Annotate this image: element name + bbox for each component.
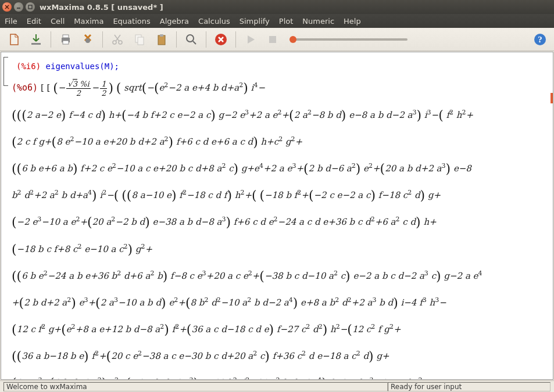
output-line-9: (12 c f2 g+(e2+8 a e+12 b d−8 a2) f2+(36…: [6, 317, 548, 343]
math-content: [ [ (−√3 %i2−12) ( sqrt(−(e2−2 a e+4 b d…: [41, 82, 265, 93]
menu-algebra[interactable]: Algebra: [160, 17, 189, 26]
output-line-8: +(2 b d+2 a2) e3+(2 a3−10 a b d) e2+(8 b…: [6, 290, 548, 317]
output-line-7: ((6 b e2−24 a b e+36 b2 d+6 a2 b) f−8 c …: [6, 263, 548, 290]
output-line-5: (−2 e3−10 a e2+(20 a2−2 b d) e−38 a b d−…: [6, 209, 548, 236]
svg-rect-0: [28, 5, 32, 9]
menu-cell[interactable]: Cell: [51, 17, 65, 26]
svg-rect-3: [63, 41, 69, 44]
help-button[interactable]: ?: [531, 30, 549, 49]
menubar: File Edit Cell Maxima Equations Algebra …: [0, 14, 554, 28]
svg-rect-8: [138, 37, 144, 45]
titlebar: wxMaxima 0.8.5 [ unsaved* ]: [0, 0, 554, 14]
output-line-2: (2 c f g+(8 e2−10 a e+20 b d+2 a2) f+6 c…: [6, 129, 548, 156]
output-line-3: ((6 b e+6 a b) f+2 c e2−10 a c e+20 b c …: [6, 156, 548, 182]
preferences-button[interactable]: [78, 30, 97, 49]
menu-calculus[interactable]: Calculus: [198, 17, 230, 26]
svg-text:?: ?: [538, 35, 542, 44]
svg-rect-10: [160, 34, 163, 37]
output-label: (%o6): [12, 82, 38, 93]
menu-edit[interactable]: Edit: [27, 17, 41, 26]
statusbar: Welcome to wxMaxima Ready for user input: [0, 380, 554, 392]
status-left: Welcome to wxMaxima: [3, 382, 388, 391]
menu-simplify[interactable]: Simplify: [240, 17, 270, 26]
paste-button[interactable]: [152, 30, 171, 49]
menu-maxima[interactable]: Maxima: [74, 17, 103, 26]
output-line-1: (((2 a−2 e) f−4 c d) h+(−4 b f+2 c e−2 a…: [6, 102, 548, 129]
menu-plot[interactable]: Plot: [279, 17, 294, 26]
new-file-button[interactable]: [5, 30, 23, 49]
slider-thumb[interactable]: [289, 36, 296, 43]
print-button[interactable]: [56, 30, 75, 49]
svg-rect-13: [269, 36, 276, 43]
output-line-11: (2 a e3+(2 b d+2 a2) e2+(−2 a b d−8 a3) …: [6, 370, 548, 380]
output-line-0: (%o6) [ [ (−√3 %i2−12) ( sqrt(−(e2−2 a e…: [6, 75, 548, 102]
window-title: wxMaxima 0.8.5 [ unsaved* ]: [40, 3, 163, 12]
toolbar: ?: [0, 28, 554, 51]
output-line-10: ((36 a b−18 b e) f2+(20 c e2−38 a c e−30…: [6, 343, 548, 370]
play-button[interactable]: [241, 30, 260, 49]
find-button[interactable]: [182, 30, 201, 49]
menu-file[interactable]: File: [5, 17, 17, 26]
cut-button[interactable]: [108, 30, 127, 49]
input-cell[interactable]: (%i6) eigenvalues(M);: [6, 58, 548, 75]
svg-rect-9: [158, 35, 165, 45]
svg-point-4: [85, 38, 90, 43]
cell-bracket[interactable]: [3, 57, 8, 86]
status-right: Ready for user input: [388, 382, 551, 391]
save-button[interactable]: [27, 30, 45, 49]
svg-point-11: [187, 35, 194, 42]
stop-button[interactable]: [212, 30, 230, 49]
minimize-button[interactable]: [14, 2, 23, 12]
close-button[interactable]: [2, 2, 12, 12]
copy-button[interactable]: [130, 30, 149, 49]
scroll-indicator: [551, 93, 553, 103]
output-line-4: b2 d2+2 a2 b d+a4) i2−( ((8 a−10 e) f2−1…: [6, 182, 548, 209]
maximize-button[interactable]: [26, 2, 35, 12]
svg-rect-2: [63, 35, 69, 38]
window-controls: [2, 2, 35, 12]
menu-equations[interactable]: Equations: [113, 17, 150, 26]
input-code: eigenvalues(M);: [46, 62, 119, 71]
output-line-6: (−18 b c f+8 c2 e−10 a c2) g2+: [6, 236, 548, 263]
menu-help[interactable]: Help: [344, 17, 361, 26]
animation-slider[interactable]: [291, 38, 408, 41]
pause-stop-button[interactable]: [263, 30, 282, 49]
input-label: (%i6): [16, 62, 41, 71]
menu-numeric[interactable]: Numeric: [302, 17, 334, 26]
worksheet-area[interactable]: (%i6) eigenvalues(M); (%o6) [ [ (−√3 %i2…: [1, 52, 553, 380]
